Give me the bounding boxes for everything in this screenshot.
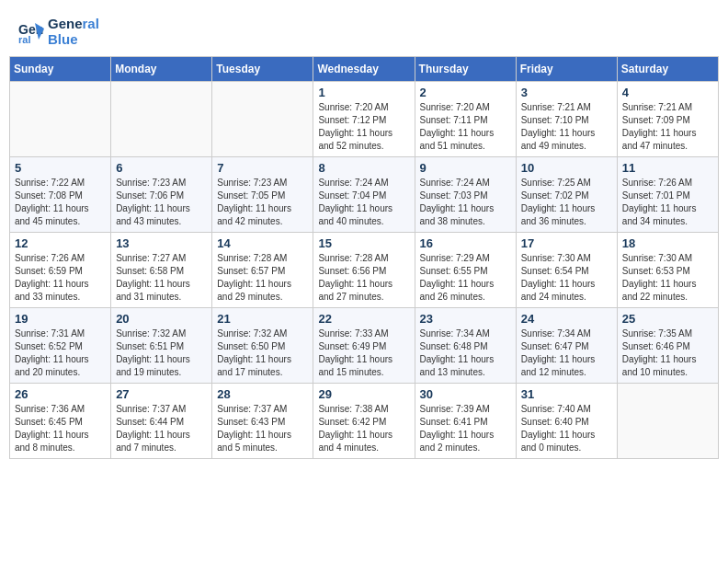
day-info: Sunrise: 7:25 AM Sunset: 7:02 PM Dayligh… [521,177,612,228]
day-info: Sunrise: 7:20 AM Sunset: 7:12 PM Dayligh… [318,101,409,153]
calendar-cell: 16Sunrise: 7:29 AM Sunset: 6:55 PM Dayli… [415,233,516,308]
day-number: 18 [622,236,713,250]
calendar-cell: 21Sunrise: 7:32 AM Sunset: 6:50 PM Dayli… [212,308,313,384]
calendar-cell: 2Sunrise: 7:20 AM Sunset: 7:11 PM Daylig… [415,82,516,157]
weekday-header-saturday: Saturday [617,57,718,82]
day-info: Sunrise: 7:21 AM Sunset: 7:10 PM Dayligh… [521,101,612,153]
day-info: Sunrise: 7:38 AM Sunset: 6:42 PM Dayligh… [318,403,409,454]
svg-text:ral: ral [18,34,30,45]
day-info: Sunrise: 7:20 AM Sunset: 7:11 PM Dayligh… [420,101,511,153]
calendar-cell: 10Sunrise: 7:25 AM Sunset: 7:02 PM Dayli… [516,157,617,233]
day-number: 10 [521,161,612,175]
calendar-week-row: 1Sunrise: 7:20 AM Sunset: 7:12 PM Daylig… [10,82,719,157]
day-number: 16 [420,236,511,250]
day-number: 5 [15,161,106,175]
calendar-cell: 30Sunrise: 7:39 AM Sunset: 6:41 PM Dayli… [415,384,516,459]
day-info: Sunrise: 7:34 AM Sunset: 6:47 PM Dayligh… [521,327,612,379]
day-number: 1 [318,86,409,99]
calendar-cell [212,82,313,157]
calendar-cell: 25Sunrise: 7:35 AM Sunset: 6:46 PM Dayli… [617,308,718,384]
day-info: Sunrise: 7:23 AM Sunset: 7:05 PM Dayligh… [217,177,308,228]
day-info: Sunrise: 7:21 AM Sunset: 7:09 PM Dayligh… [622,101,713,153]
day-info: Sunrise: 7:24 AM Sunset: 7:04 PM Dayligh… [318,177,409,228]
day-number: 12 [15,236,106,250]
calendar-cell: 15Sunrise: 7:28 AM Sunset: 6:56 PM Dayli… [313,233,415,308]
day-info: Sunrise: 7:39 AM Sunset: 6:41 PM Dayligh… [420,403,511,454]
day-number: 2 [420,86,511,99]
day-number: 19 [15,312,106,326]
day-info: Sunrise: 7:29 AM Sunset: 6:55 PM Dayligh… [420,252,511,304]
day-number: 7 [217,161,308,175]
calendar-cell: 1Sunrise: 7:20 AM Sunset: 7:12 PM Daylig… [313,82,415,157]
day-info: Sunrise: 7:28 AM Sunset: 6:56 PM Dayligh… [318,252,409,304]
calendar-header-row: SundayMondayTuesdayWednesdayThursdayFrid… [10,57,719,82]
calendar-cell: 24Sunrise: 7:34 AM Sunset: 6:47 PM Dayli… [516,308,617,384]
calendar-cell: 5Sunrise: 7:22 AM Sunset: 7:08 PM Daylig… [10,157,111,233]
calendar-cell: 9Sunrise: 7:24 AM Sunset: 7:03 PM Daylig… [415,157,516,233]
calendar-cell: 23Sunrise: 7:34 AM Sunset: 6:48 PM Dayli… [415,308,516,384]
day-info: Sunrise: 7:31 AM Sunset: 6:52 PM Dayligh… [15,327,106,379]
day-number: 28 [217,387,308,401]
calendar-cell: 18Sunrise: 7:30 AM Sunset: 6:53 PM Dayli… [617,233,718,308]
day-number: 25 [622,312,713,326]
weekday-header-monday: Monday [111,57,212,82]
day-info: Sunrise: 7:33 AM Sunset: 6:49 PM Dayligh… [318,327,409,379]
page-header: Gene ral General Blue [9,9,719,51]
calendar-cell [111,82,212,157]
day-info: Sunrise: 7:28 AM Sunset: 6:57 PM Dayligh… [217,252,308,304]
day-info: Sunrise: 7:23 AM Sunset: 7:06 PM Dayligh… [116,177,207,228]
weekday-header-sunday: Sunday [10,57,111,82]
calendar-week-row: 12Sunrise: 7:26 AM Sunset: 6:59 PM Dayli… [10,233,719,308]
day-number: 11 [622,161,713,175]
calendar-cell: 28Sunrise: 7:37 AM Sunset: 6:43 PM Dayli… [212,384,313,459]
day-info: Sunrise: 7:26 AM Sunset: 6:59 PM Dayligh… [15,252,106,304]
day-number: 8 [318,161,409,175]
day-number: 13 [116,236,207,250]
calendar-cell: 29Sunrise: 7:38 AM Sunset: 6:42 PM Dayli… [313,384,415,459]
day-info: Sunrise: 7:27 AM Sunset: 6:58 PM Dayligh… [116,252,207,304]
day-number: 24 [521,312,612,326]
day-info: Sunrise: 7:36 AM Sunset: 6:45 PM Dayligh… [15,403,106,454]
day-number: 26 [15,387,106,401]
logo-text: General Blue [48,17,99,47]
logo: Gene ral General Blue [18,17,99,47]
weekday-header-tuesday: Tuesday [212,57,313,82]
calendar-cell: 17Sunrise: 7:30 AM Sunset: 6:54 PM Dayli… [516,233,617,308]
calendar-cell: 12Sunrise: 7:26 AM Sunset: 6:59 PM Dayli… [10,233,111,308]
day-number: 15 [318,236,409,250]
calendar-cell: 6Sunrise: 7:23 AM Sunset: 7:06 PM Daylig… [111,157,212,233]
calendar-cell [617,384,718,459]
day-info: Sunrise: 7:32 AM Sunset: 6:51 PM Dayligh… [116,327,207,379]
calendar-cell: 7Sunrise: 7:23 AM Sunset: 7:05 PM Daylig… [212,157,313,233]
day-info: Sunrise: 7:35 AM Sunset: 6:46 PM Dayligh… [622,327,713,379]
calendar-cell: 31Sunrise: 7:40 AM Sunset: 6:40 PM Dayli… [516,384,617,459]
day-number: 9 [420,161,511,175]
day-number: 17 [521,236,612,250]
calendar-body: 1Sunrise: 7:20 AM Sunset: 7:12 PM Daylig… [10,82,719,459]
day-info: Sunrise: 7:26 AM Sunset: 7:01 PM Dayligh… [622,177,713,228]
calendar-cell [10,82,111,157]
day-info: Sunrise: 7:37 AM Sunset: 6:43 PM Dayligh… [217,403,308,454]
day-number: 3 [521,86,612,99]
day-info: Sunrise: 7:32 AM Sunset: 6:50 PM Dayligh… [217,327,308,379]
day-info: Sunrise: 7:40 AM Sunset: 6:40 PM Dayligh… [521,403,612,454]
day-number: 4 [622,86,713,99]
calendar-week-row: 26Sunrise: 7:36 AM Sunset: 6:45 PM Dayli… [10,384,719,459]
day-number: 31 [521,387,612,401]
day-info: Sunrise: 7:34 AM Sunset: 6:48 PM Dayligh… [420,327,511,379]
weekday-header-friday: Friday [516,57,617,82]
calendar-cell: 20Sunrise: 7:32 AM Sunset: 6:51 PM Dayli… [111,308,212,384]
calendar-week-row: 5Sunrise: 7:22 AM Sunset: 7:08 PM Daylig… [10,157,719,233]
day-info: Sunrise: 7:30 AM Sunset: 6:53 PM Dayligh… [622,252,713,304]
calendar-cell: 26Sunrise: 7:36 AM Sunset: 6:45 PM Dayli… [10,384,111,459]
calendar-cell: 22Sunrise: 7:33 AM Sunset: 6:49 PM Dayli… [313,308,415,384]
day-info: Sunrise: 7:37 AM Sunset: 6:44 PM Dayligh… [116,403,207,454]
logo-icon: Gene ral [18,19,44,45]
calendar-cell: 19Sunrise: 7:31 AM Sunset: 6:52 PM Dayli… [10,308,111,384]
calendar-table: SundayMondayTuesdayWednesdayThursdayFrid… [9,56,719,459]
calendar-week-row: 19Sunrise: 7:31 AM Sunset: 6:52 PM Dayli… [10,308,719,384]
day-number: 29 [318,387,409,401]
day-number: 14 [217,236,308,250]
weekday-header-wednesday: Wednesday [313,57,415,82]
calendar-cell: 27Sunrise: 7:37 AM Sunset: 6:44 PM Dayli… [111,384,212,459]
